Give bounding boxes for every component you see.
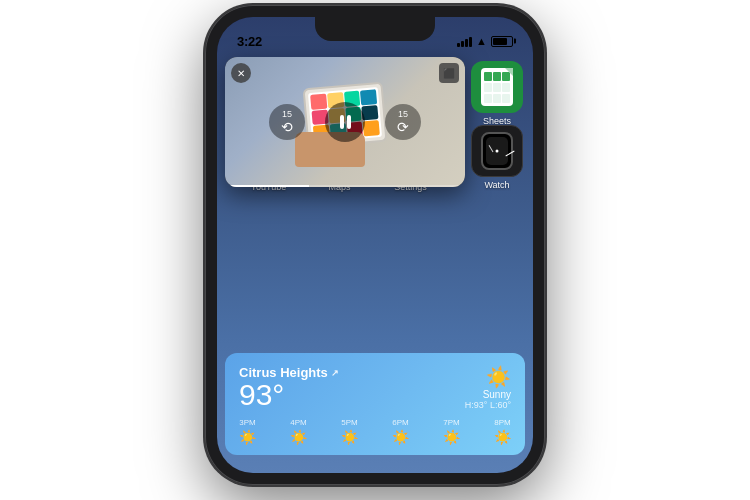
watch-icon	[471, 125, 523, 177]
phone-body: 3:22 ▲	[205, 5, 545, 485]
signal-bar-3	[465, 39, 468, 47]
weather-hour-7pm-icon: ☀️	[443, 429, 460, 445]
weather-top: Citrus Heights ↗ 93° ☀️ Sunny H:93°	[239, 365, 511, 416]
home-screen: 3:22 ▲	[217, 17, 533, 473]
skip-back-button[interactable]: 15 ⟲	[269, 104, 305, 140]
skip-forward-label: 15	[398, 109, 408, 119]
video-progress-bar[interactable]	[225, 185, 465, 187]
video-progress-fill	[225, 185, 309, 187]
weather-hour-7pm-time: 7PM	[443, 418, 459, 427]
pause-bar-2	[347, 115, 351, 129]
weather-hour-5pm: 5PM ☀️	[341, 418, 358, 445]
sheets-cell	[493, 72, 501, 81]
weather-hourly-forecast: 3PM ☀️ 4PM ☀️ 5PM ☀️ 6PM	[239, 418, 511, 445]
signal-bar-1	[457, 43, 460, 47]
weather-hour-8pm-time: 8PM	[494, 418, 510, 427]
status-time: 3:22	[237, 34, 262, 49]
signal-bar-4	[469, 37, 472, 47]
weather-hour-3pm-icon: ☀️	[239, 429, 256, 445]
watch-face-inner	[486, 137, 508, 165]
weather-hour-4pm-time: 4PM	[290, 418, 306, 427]
battery-fill	[493, 38, 507, 45]
weather-widget[interactable]: Citrus Heights ↗ 93° ☀️ Sunny H:93°	[225, 353, 525, 455]
weather-condition: ☀️ Sunny H:93° L:60°	[465, 365, 511, 410]
weather-hi-lo: H:93° L:60°	[465, 400, 511, 410]
weather-hour-8pm-icon: ☀️	[494, 429, 511, 445]
skip-back-label: 15	[282, 109, 292, 119]
weather-low: L:60°	[490, 400, 511, 410]
watch-app-item[interactable]: Watch	[471, 125, 523, 190]
phone-container: 3:22 ▲	[205, 5, 545, 495]
signal-bars-icon	[457, 36, 472, 47]
sheets-row-2	[484, 83, 510, 92]
weather-hour-5pm-icon: ☀️	[341, 429, 358, 445]
watch-face	[481, 132, 513, 170]
sheets-inner	[481, 68, 513, 106]
weather-hour-6pm-icon: ☀️	[392, 429, 409, 445]
watch-face-dot	[496, 150, 499, 153]
weather-hour-6pm-time: 6PM	[392, 418, 408, 427]
sheets-cell	[493, 94, 501, 103]
wifi-icon: ▲	[476, 35, 487, 47]
weather-hour-3pm: 3PM ☀️	[239, 418, 256, 445]
video-close-button[interactable]: ✕	[231, 63, 251, 83]
weather-hour-7pm: 7PM ☀️	[443, 418, 460, 445]
play-pause-button[interactable]	[325, 102, 365, 142]
watch-label: Watch	[484, 180, 509, 190]
pause-bar-1	[340, 115, 344, 129]
sheets-icon	[471, 61, 523, 113]
weather-hour-6pm: 6PM ☀️	[392, 418, 409, 445]
weather-left: Citrus Heights ↗ 93°	[239, 365, 339, 416]
notch	[315, 17, 435, 41]
skip-forward-icon: ⟳	[397, 119, 409, 135]
weather-condition-text: Sunny	[465, 389, 511, 400]
sheets-row-1	[484, 72, 510, 81]
sheets-cell	[484, 94, 492, 103]
sheets-cell	[502, 72, 510, 81]
video-airplay-button[interactable]: ⬛	[439, 63, 459, 83]
watch-hand-minute	[505, 151, 514, 157]
weather-hour-3pm-time: 3PM	[239, 418, 255, 427]
weather-temperature: 93°	[239, 380, 339, 410]
sheets-row-3	[484, 94, 510, 103]
pause-icon	[340, 115, 351, 129]
weather-hour-4pm-icon: ☀️	[290, 429, 307, 445]
weather-sun-icon: ☀️	[465, 365, 511, 389]
battery-icon	[491, 36, 513, 47]
video-controls: 15 ⟲ 15 ⟳	[225, 57, 465, 187]
weather-high: H:93°	[465, 400, 488, 410]
status-icons: ▲	[457, 35, 513, 47]
sheets-cell	[502, 94, 510, 103]
phone-screen: 3:22 ▲	[217, 17, 533, 473]
sheets-app-item[interactable]: Sheets	[471, 61, 523, 126]
skip-forward-button[interactable]: 15 ⟳	[385, 104, 421, 140]
sheets-cell	[484, 72, 492, 81]
location-arrow-icon: ↗	[331, 368, 339, 378]
skip-back-icon: ⟲	[281, 119, 293, 135]
weather-hour-8pm: 8PM ☀️	[494, 418, 511, 445]
sheets-cell	[493, 83, 501, 92]
video-player[interactable]: ✕ ⬛ 15 ⟲	[225, 57, 465, 187]
sheets-cell	[502, 83, 510, 92]
weather-hour-5pm-time: 5PM	[341, 418, 357, 427]
watch-hand-hour	[489, 145, 494, 152]
weather-hour-4pm: 4PM ☀️	[290, 418, 307, 445]
signal-bar-2	[461, 41, 464, 47]
sheets-cell	[484, 83, 492, 92]
